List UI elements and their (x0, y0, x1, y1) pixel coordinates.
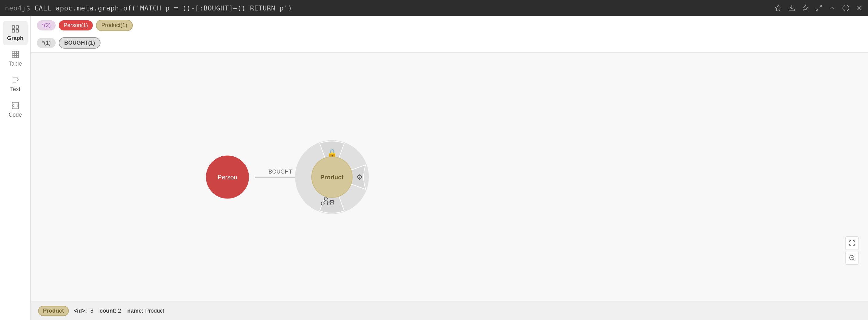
chevron-up-icon[interactable] (829, 4, 836, 12)
svg-rect-7 (12, 26, 14, 28)
filter-product[interactable]: Product(1) (96, 20, 133, 31)
table-label: Table (9, 61, 22, 67)
svg-rect-9 (12, 30, 14, 32)
sidebar-item-code[interactable]: Code (3, 97, 28, 122)
name-label: name: (127, 308, 144, 314)
name-value: Product (145, 308, 164, 314)
search-circle-icon[interactable] (842, 4, 849, 12)
code-icon (11, 101, 20, 110)
header-title: neo4j$ CALL apoc.meta.graph.of('MATCH p … (5, 4, 292, 12)
status-badge: Product (38, 306, 69, 316)
close-icon[interactable] (856, 4, 863, 12)
filter-bar: *(2) Person(1) Product(1) *(1) BOUGHT(1) (31, 16, 868, 53)
zoom-controls (845, 236, 859, 265)
download-icon[interactable] (788, 4, 796, 12)
status-text: <id>: -8 count: 2 name: Product (74, 308, 164, 314)
graph-icon (11, 25, 20, 33)
id-label: <id>: (74, 308, 87, 314)
star-icon[interactable] (775, 4, 782, 12)
text-icon (11, 76, 20, 84)
graph-canvas[interactable]: BOUGHT Person 🔒 ⚙ ⚙ (31, 53, 868, 301)
product-node-label: Product (320, 174, 344, 181)
count-label: count: (100, 308, 117, 314)
svg-line-23 (853, 259, 855, 260)
filter-person[interactable]: Person(1) (59, 20, 93, 30)
filter-star2[interactable]: *(1) (37, 38, 56, 48)
zoom-out-button[interactable] (845, 251, 859, 265)
sidebar-item-text[interactable]: Text (3, 72, 28, 96)
svg-rect-8 (16, 26, 19, 28)
graph-label: Graph (7, 35, 23, 41)
svg-rect-10 (16, 30, 19, 32)
share-icon[interactable]: ⚙ (330, 197, 335, 207)
svg-rect-16 (12, 103, 19, 109)
count-value: 2 (118, 308, 121, 314)
sidebar-item-graph[interactable]: Graph (3, 21, 28, 45)
svg-rect-11 (12, 51, 19, 58)
id-value: -8 (89, 308, 93, 314)
zoom-fit-button[interactable] (845, 236, 859, 250)
sidebar-item-table[interactable]: Table (3, 47, 28, 71)
header-actions (775, 4, 863, 12)
pin-icon[interactable] (802, 4, 809, 12)
header-bar: neo4j$ CALL apoc.meta.graph.of('MATCH p … (0, 0, 868, 16)
svg-line-3 (816, 9, 818, 11)
person-node-label: Person (218, 174, 237, 181)
sidebar: Graph Table Text (0, 16, 31, 320)
neo-prefix: neo4j$ (5, 4, 30, 12)
table-icon (11, 50, 20, 59)
svg-marker-0 (775, 5, 781, 11)
filter-bought[interactable]: BOUGHT(1) (59, 37, 100, 49)
edge-label: BOUGHT (268, 169, 292, 175)
status-bar: Product <id>: -8 count: 2 name: Product (31, 301, 868, 320)
eye-icon[interactable]: ⚙ (357, 172, 362, 182)
filter-star[interactable]: *(2) (37, 20, 56, 30)
graph-svg: BOUGHT Person 🔒 ⚙ ⚙ (31, 53, 868, 301)
svg-line-2 (819, 5, 822, 7)
header-query: CALL apoc.meta.graph.of('MATCH p = ()-[:… (34, 4, 292, 12)
code-label: Code (9, 112, 22, 118)
content-area: *(2) Person(1) Product(1) *(1) BOUGHT(1) (31, 16, 868, 320)
expand-icon[interactable] (815, 4, 823, 12)
main-layout: Graph Table Text (0, 16, 868, 320)
svg-point-4 (843, 5, 849, 11)
text-label: Text (10, 86, 20, 93)
